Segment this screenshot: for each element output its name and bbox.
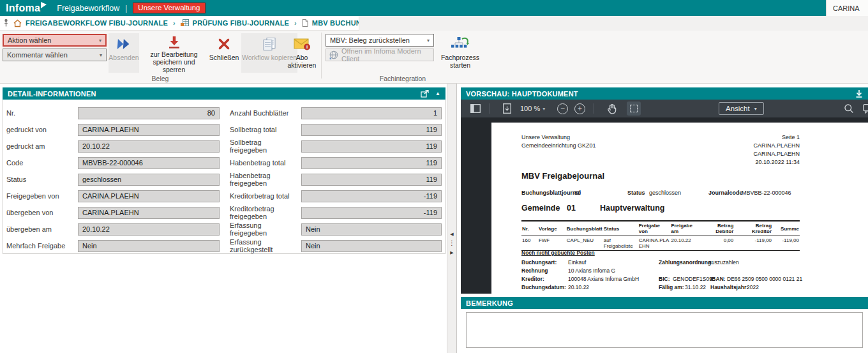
doc-kv-label: Buchungsart: — [521, 259, 557, 266]
freigegeben-von-field[interactable]: CARINA.PLAEHN — [78, 190, 220, 202]
mbv-dropdown-value: MBV: Beleg zurückstellen — [330, 36, 410, 44]
erfassung-zurueckgestellt-field[interactable]: Nein — [301, 240, 442, 252]
code-field[interactable]: MBVBB-22-000046 — [78, 157, 220, 169]
toggle-sidebar-icon[interactable] — [470, 100, 481, 117]
breadcrumb: FREIGABEWORKFLOW FIBU-JOURNALE › PRÜFUNG… — [0, 16, 868, 31]
detail-row: Freigegeben von CARINA.PLAEHN Kreditorbe… — [3, 188, 445, 204]
chevron-down-icon: ▾ — [427, 38, 430, 43]
zoom-level-dropdown[interactable]: 100 % ▾ — [520, 100, 545, 117]
schliessen-label: Schließen — [209, 54, 239, 61]
title-separator: | — [125, 4, 127, 13]
abo-aktivieren-label: Abo aktivieren — [285, 54, 319, 69]
open-in-window-icon[interactable] — [421, 90, 429, 98]
doc-cell: CAPL_NEU — [566, 236, 603, 251]
doc-col-header: Status — [603, 221, 638, 236]
collapse-right-icon[interactable]: ▶ — [450, 250, 453, 255]
panel-splitter[interactable]: ◀ ⋮ ▶ — [447, 84, 457, 353]
sollbetrag-total-field[interactable]: 119 — [301, 124, 442, 136]
gedruckt-von-field[interactable]: CARINA.PLAEHN — [78, 124, 220, 136]
process-orgchart-icon — [450, 35, 470, 52]
field-label: gedruckt von — [6, 126, 78, 133]
field-label: Freigegeben von — [6, 192, 78, 200]
detail-row: übergeben von CARINA.PLAEHN Kreditorbetr… — [3, 204, 445, 221]
doc-kv-row: Kreditor: 100048 Axians Infoma GmbH BIC:… — [521, 276, 809, 283]
user-menu[interactable]: CARINA — [826, 0, 868, 16]
speichern-label: zur Bearbeitung speichern und sperren — [141, 50, 207, 73]
marquee-zoom-tool[interactable] — [627, 100, 641, 117]
nr-field[interactable]: 80 — [78, 107, 220, 119]
infoma-logo-flag-icon — [41, 2, 47, 8]
home-icon — [13, 19, 22, 27]
breadcrumb-item-freigabeworkflow[interactable]: FREIGABEWORKFLOW FIBU-JOURNALE — [13, 19, 168, 27]
doc-sender-line: Gemeindeeinrichtung GKZ01 — [521, 142, 596, 150]
field-label: Kreditorbetrag freigegeben — [230, 205, 301, 220]
sollbetrag-freigegeben-field[interactable]: 119 — [301, 140, 442, 153]
splitter-handle[interactable]: ◀ ⋮ ▶ — [449, 232, 455, 255]
breadcrumb-item-pruefung[interactable]: PRÜFUNG FIBU-JOURNALE — [181, 19, 289, 27]
fachprozess-button[interactable]: Fachprozess starten — [439, 33, 481, 73]
anzahl-buchblaetter-field[interactable]: 1 — [301, 107, 442, 119]
pin-icon[interactable] — [3, 19, 9, 27]
collapse-left-icon[interactable]: ◀ — [450, 232, 453, 236]
field-label: Anzahl Buchblätter — [230, 109, 301, 117]
mehrfach-freigabe-field[interactable]: Nein — [78, 240, 220, 252]
toolbar-divider — [490, 103, 490, 114]
breadcrumb-label: PRÜFUNG FIBU-JOURNALE — [193, 19, 289, 27]
uebergeben-von-field[interactable]: CARINA.PLAEHN — [78, 207, 220, 219]
field-label: Kreditorbetrag total — [230, 192, 301, 200]
doc-kv-row: Buchungsart: Einkauf Zahlungsanordnung: … — [521, 259, 809, 266]
doc-kv-label: Rechnung — [521, 267, 548, 274]
habenbetrag-total-field[interactable]: 119 — [301, 157, 442, 169]
comment-icon[interactable] — [863, 100, 868, 117]
doc-kv-value: Einkauf — [568, 259, 586, 266]
hand-tool-icon[interactable] — [606, 100, 618, 117]
zoom-level-value: 100 % — [520, 105, 540, 112]
doc-kv-value: 31.10.22 — [685, 284, 706, 290]
kommentar-dropdown-value: Kommentar wählen — [7, 51, 68, 59]
doc-table-row: 160 FWF CAPL_NEU auf Freigabeliste CARIN… — [521, 236, 800, 251]
download-icon[interactable] — [855, 89, 863, 98]
group-label-beleg: Beleg — [0, 75, 320, 82]
pdf-viewport[interactable]: Unsere Verwaltung Gemeindeeinrichtung GK… — [461, 117, 868, 294]
aktion-dropdown[interactable]: Aktion wählen ▾ — [3, 34, 107, 47]
mail-subscription-icon: i — [294, 35, 311, 52]
bemerkung-panel-title: BEMERKUNG — [466, 299, 513, 307]
bemerkung-input[interactable] — [466, 312, 863, 348]
globe-icon — [329, 50, 338, 59]
chevron-down-icon: ▾ — [100, 52, 102, 58]
erfassung-freigegeben-field[interactable]: Nein — [301, 223, 442, 236]
gedruckt-am-field[interactable]: 20.10.22 — [78, 140, 220, 153]
detail-row: gedruckt von CARINA.PLAEHN Sollbetrag to… — [3, 121, 445, 138]
fit-page-icon[interactable] — [503, 100, 511, 117]
abo-aktivieren-button[interactable]: i Abo aktivieren — [285, 33, 319, 73]
detail-panel-header: DETAIL-INFORMATIONEN ▲ — [3, 87, 445, 100]
toolbar-divider — [594, 103, 594, 114]
preview-panel-header: VORSCHAU: HAUPTDOKUMENT — [461, 87, 868, 100]
schliessen-button[interactable]: Schließen — [208, 33, 240, 73]
app-title: Freigabeworkflow — [57, 4, 119, 13]
speichern-sperren-button[interactable]: zur Bearbeitung speichern und sperren — [141, 33, 207, 73]
chevron-down-icon: ▾ — [754, 106, 757, 112]
kreditorbetrag-freigegeben-field[interactable]: -119 — [301, 207, 442, 219]
zoom-in-button[interactable]: + — [574, 100, 585, 117]
mbv-dropdown[interactable]: MBV: Beleg zurückstellen ▾ — [326, 34, 434, 47]
ansicht-dropdown[interactable]: Ansicht ▾ — [719, 100, 764, 117]
field-label: Nr. — [6, 109, 78, 117]
kommentar-dropdown[interactable]: Kommentar wählen ▾ — [3, 49, 107, 61]
status-field[interactable]: geschlossen — [78, 174, 220, 186]
doc-table-header-row: Nr. Vorlage Buchungsblatt Status Freigab… — [521, 221, 800, 236]
ribbon-toolbar: Aktion wählen ▾ Kommentar wählen ▾ Absen… — [0, 31, 868, 84]
doc-cell: -119,00 — [772, 236, 800, 251]
chevron-down-icon: ▾ — [542, 106, 545, 112]
search-icon[interactable] — [844, 100, 854, 117]
kreditorbetrag-total-field[interactable]: -119 — [301, 190, 442, 202]
doc-kv-value: 100048 Axians Infoma GmbH — [568, 276, 639, 282]
group-separator — [321, 33, 322, 79]
doc-col-header: Buchungsblatt — [566, 221, 603, 236]
zoom-out-button[interactable]: − — [557, 100, 568, 117]
habenbetrag-freigegeben-field[interactable]: 119 — [301, 174, 442, 186]
uebergeben-am-field[interactable]: 20.10.22 — [78, 223, 220, 236]
doc-col-header: Freigabe von — [638, 221, 671, 236]
doc-status-label: Status — [627, 190, 645, 196]
collapse-panel-icon[interactable]: ▲ — [435, 91, 440, 96]
